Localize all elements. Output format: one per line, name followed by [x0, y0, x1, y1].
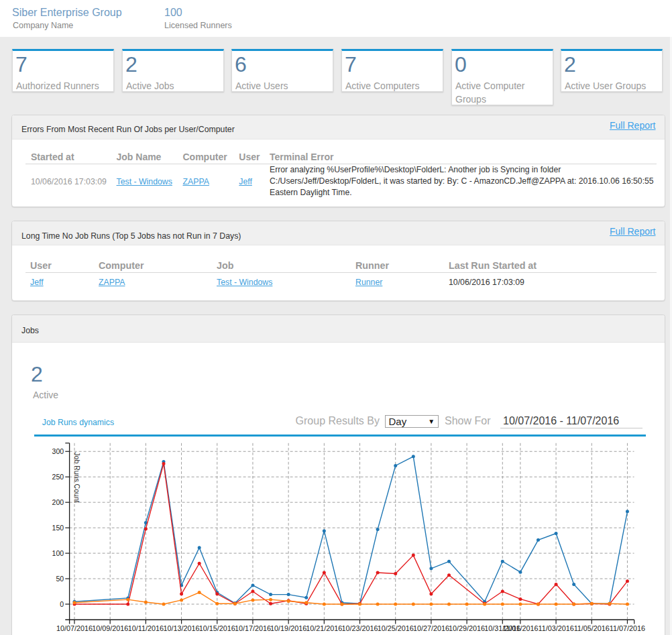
- svg-text:100: 100: [52, 549, 64, 557]
- svg-text:Job Runs Count: Job Runs Count: [73, 452, 81, 502]
- svg-text:10/13/2016: 10/13/2016: [164, 624, 200, 632]
- svg-text:0: 0: [60, 600, 64, 608]
- svg-text:11/03/2016: 11/03/2016: [538, 624, 573, 632]
- svg-text:11/07/2016: 11/07/2016: [610, 624, 645, 632]
- svg-text:10/07/2016: 10/07/2016: [56, 624, 93, 632]
- svg-text:10/19/2016: 10/19/2016: [270, 624, 306, 632]
- svg-text:10/27/2016: 10/27/2016: [413, 624, 449, 632]
- svg-text:10/23/2016: 10/23/2016: [341, 624, 378, 632]
- svg-text:11/01/2016: 11/01/2016: [502, 624, 538, 632]
- svg-text:10/11/2016: 10/11/2016: [128, 624, 164, 632]
- svg-text:300: 300: [52, 447, 64, 455]
- svg-text:10/17/2016: 10/17/2016: [235, 624, 271, 632]
- svg-text:50: 50: [56, 575, 64, 583]
- svg-text:11/05/2016: 11/05/2016: [574, 624, 610, 632]
- svg-text:10/09/2016: 10/09/2016: [92, 624, 128, 632]
- svg-text:10/29/2016: 10/29/2016: [449, 624, 485, 632]
- svg-text:150: 150: [52, 524, 64, 532]
- svg-text:200: 200: [52, 498, 64, 506]
- svg-text:10/15/2016: 10/15/2016: [199, 624, 235, 632]
- svg-text:10/21/2016: 10/21/2016: [306, 624, 342, 632]
- svg-text:250: 250: [52, 473, 64, 481]
- svg-text:10/25/2016: 10/25/2016: [378, 624, 414, 632]
